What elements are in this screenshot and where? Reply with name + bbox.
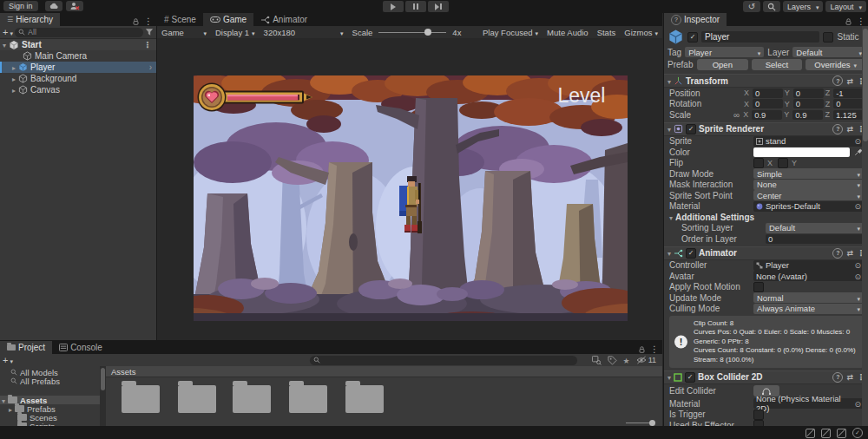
search-input[interactable] — [28, 28, 140, 36]
play-button[interactable] — [383, 1, 404, 12]
search-input[interactable] — [323, 356, 574, 364]
game-viewport[interactable]: Level — [194, 75, 628, 321]
favorites-all-prefabs[interactable]: All Prefabs — [0, 377, 100, 385]
favorites-all-models[interactable]: All Models — [0, 368, 100, 377]
cloud-icon[interactable] — [45, 1, 62, 11]
kebab-menu-icon[interactable] — [650, 344, 659, 354]
display-target-dropdown[interactable]: Display 1 — [211, 26, 260, 38]
flip-y-checkbox[interactable] — [778, 158, 788, 168]
scene-row-start[interactable]: Start — [0, 39, 156, 50]
assets-breadcrumb[interactable]: Assets — [106, 366, 662, 377]
tree-item-scenes[interactable]: Scenes — [0, 413, 100, 422]
box-collider-header[interactable]: Box Collider 2D — [664, 371, 868, 384]
layout-dropdown[interactable]: Layout — [825, 1, 866, 12]
step-button[interactable] — [428, 1, 449, 12]
chevron-down-icon[interactable] — [10, 28, 13, 37]
position-y-field[interactable]: 0 — [793, 88, 824, 98]
asset-folder-icon[interactable] — [233, 385, 271, 413]
draw-mode-dropdown[interactable]: Simple — [753, 168, 864, 179]
asset-folder-icon[interactable] — [122, 385, 160, 413]
expand-arrow-icon[interactable] — [12, 62, 16, 72]
scale-y-field[interactable]: 0.9 — [792, 110, 823, 120]
component-enabled-checkbox[interactable] — [686, 248, 696, 259]
preset-icon[interactable] — [846, 124, 853, 134]
preset-icon[interactable] — [846, 372, 853, 382]
tab-hierarchy[interactable]: ☰ Hierarchy — [0, 13, 60, 26]
hierarchy-item-player[interactable]: Player — [0, 62, 156, 73]
hidden-count-badge[interactable]: 11 — [636, 356, 656, 364]
order-in-layer-field[interactable]: 0 — [766, 234, 864, 244]
slider-knob[interactable] — [424, 29, 431, 36]
avatar-object-field[interactable]: None (Avatar) — [753, 271, 864, 281]
is-trigger-checkbox[interactable] — [753, 410, 764, 420]
sprite-renderer-header[interactable]: Sprite Renderer — [664, 123, 868, 136]
tab-project[interactable]: Project — [0, 341, 52, 354]
sprite-object-field[interactable]: stand — [753, 136, 864, 147]
scrollbar-thumb[interactable] — [863, 29, 868, 141]
expand-arrow-icon[interactable] — [2, 396, 5, 405]
add-icon[interactable] — [3, 355, 8, 365]
icon-size-slider[interactable] — [626, 423, 655, 423]
object-picker-icon[interactable] — [854, 399, 861, 409]
expand-arrow-icon[interactable] — [12, 74, 16, 83]
prefab-overrides-dropdown[interactable]: Overrides — [806, 59, 865, 70]
kebab-menu-icon[interactable] — [143, 40, 152, 49]
controller-object-field[interactable]: Player — [753, 260, 864, 271]
material-object-field[interactable]: Sprites-Default — [753, 201, 864, 212]
tab-animator[interactable]: Animator — [253, 13, 314, 26]
hierarchy-item-main-camera[interactable]: Main Camera — [0, 50, 156, 62]
layer-dropdown[interactable]: Default — [792, 47, 865, 57]
prefab-cube-icon[interactable] — [667, 29, 684, 45]
layers-dropdown[interactable]: Layers — [783, 1, 824, 12]
tab-scene[interactable]: # Scene — [157, 13, 203, 26]
message-status-icon[interactable] — [821, 429, 831, 438]
foldout-arrow-icon[interactable] — [667, 76, 671, 86]
flip-x-checkbox[interactable] — [753, 158, 764, 168]
object-picker-icon[interactable] — [854, 260, 861, 270]
asset-folder-icon[interactable] — [345, 385, 384, 413]
tab-inspector[interactable]: Inspector — [664, 13, 727, 26]
culling-mode-dropdown[interactable]: Always Animate — [753, 304, 864, 314]
notification-bell-icon[interactable] — [837, 429, 846, 438]
object-name-field[interactable]: Player — [701, 31, 819, 43]
scale-x-field[interactable]: 0.9 — [752, 110, 782, 120]
pause-button[interactable] — [405, 1, 426, 12]
foldout-arrow-icon[interactable] — [667, 248, 671, 258]
rotation-x-field[interactable]: 0 — [753, 99, 783, 108]
preset-icon[interactable] — [846, 76, 853, 86]
kebab-menu-icon[interactable] — [857, 16, 865, 26]
display-mode-dropdown[interactable]: Game — [157, 26, 211, 38]
preset-icon[interactable] — [846, 248, 853, 258]
physics-material-field[interactable]: None (Physics Material 2D) — [753, 398, 864, 409]
rotation-y-field[interactable]: 0 — [793, 99, 824, 108]
component-enabled-checkbox[interactable] — [685, 372, 695, 383]
help-icon[interactable] — [832, 75, 843, 86]
collab-icon[interactable] — [66, 1, 83, 11]
transform-header[interactable]: Transform — [664, 75, 868, 88]
help-icon[interactable] — [832, 124, 843, 134]
help-icon[interactable] — [832, 372, 843, 383]
expand-arrow-icon[interactable] — [12, 85, 16, 95]
foldout-arrow-icon[interactable] — [667, 372, 671, 382]
slider-knob[interactable] — [649, 420, 655, 426]
additional-settings-foldout[interactable]: Additional Settings — [664, 212, 868, 223]
object-picker-icon[interactable] — [854, 136, 861, 146]
static-checkbox[interactable] — [823, 32, 833, 43]
hierarchy-item-background[interactable]: Background — [0, 73, 156, 84]
scrollbar-thumb[interactable] — [101, 368, 105, 390]
status-check-icon[interactable] — [852, 428, 863, 438]
component-enabled-checkbox[interactable] — [686, 124, 696, 134]
tree-item-prefabs[interactable]: Prefabs — [0, 404, 100, 413]
add-icon[interactable] — [3, 27, 8, 37]
apply-root-motion-checkbox[interactable] — [753, 282, 764, 292]
expand-arrow-icon[interactable] — [3, 40, 6, 49]
project-search[interactable] — [310, 356, 577, 365]
kebab-menu-icon[interactable] — [144, 16, 153, 26]
tab-game[interactable]: Game — [203, 13, 253, 26]
update-mode-dropdown[interactable]: Normal — [753, 292, 864, 303]
search-by-type-icon[interactable] — [592, 356, 602, 365]
prefab-open-button[interactable]: Open — [697, 59, 748, 70]
mute-audio-button[interactable]: Mute Audio — [542, 26, 593, 38]
asset-folder-icon[interactable] — [178, 385, 216, 413]
asset-folder-icon[interactable] — [289, 385, 327, 413]
